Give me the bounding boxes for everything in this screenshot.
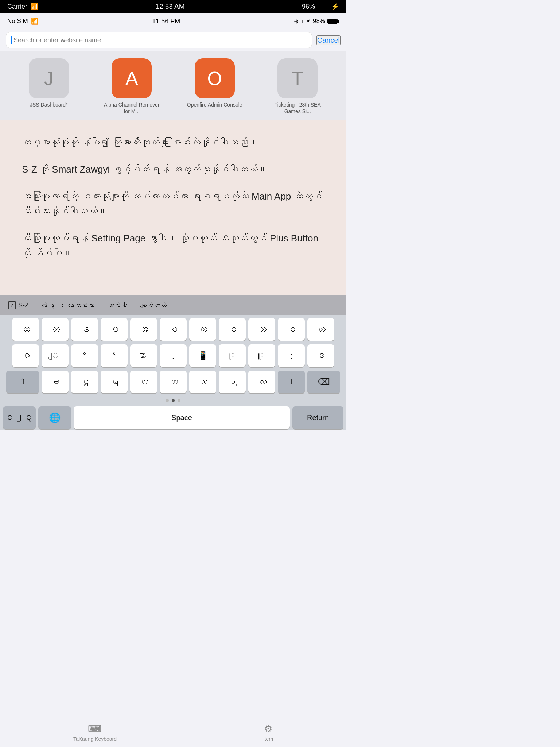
- no-sim-label: No SIM: [7, 18, 28, 25]
- location-icon: ⊕: [294, 18, 299, 25]
- key-ရ[interactable]: ရ: [101, 371, 128, 393]
- key-row-2: ဂ ျ ° ိ ာ . 📱 ု ူ : ဒ: [3, 344, 343, 367]
- charging-icon: ⚡: [331, 3, 339, 11]
- wifi-icon-inner: 📶: [31, 18, 39, 25]
- key-ဘ[interactable]: ဘ: [160, 371, 187, 393]
- content-line2: S-Z ကို Smart Zawgyi ဖွင့်ပိတ်ရန် အတွက်သ…: [22, 162, 324, 177]
- fav-label-alpha: Alpha Channel Remover for M...: [102, 101, 161, 115]
- bluetooth-icon: ✴: [306, 18, 311, 24]
- dot-1: [166, 399, 169, 402]
- key-င[interactable]: င: [219, 318, 246, 341]
- key-ပ[interactable]: ပ: [160, 318, 187, 341]
- key-ည[interactable]: ည: [189, 371, 216, 393]
- outer-time: 12:53 AM: [155, 3, 184, 11]
- globe-icon: 🌐: [49, 412, 61, 423]
- dot-2: [172, 399, 175, 402]
- keyboard-icon: ⌨: [88, 723, 102, 735]
- key-ျ[interactable]: ျ: [42, 344, 69, 367]
- battery-pct-inner: 98%: [313, 18, 325, 25]
- fav-label-ticketing: Ticketing - 28th SEA Games Si...: [268, 101, 327, 115]
- search-input[interactable]: [13, 36, 307, 44]
- key-ဃ[interactable]: ဃ: [248, 371, 275, 393]
- key-က[interactable]: က: [189, 318, 216, 341]
- inner-time: 11:56 PM: [152, 18, 180, 25]
- fav-label-openfire: Openfire Admin Console: [187, 101, 242, 108]
- sz-label: S-Z: [18, 302, 29, 309]
- settings-icon: ⚙: [264, 723, 272, 735]
- bottom-item-keyboard[interactable]: ⌨ TaKaung Keyboard: [73, 723, 117, 742]
- key-row-bottom: ၁၂၃ 🌐 Space Return: [3, 406, 343, 429]
- battery-pct-outer: 96%: [302, 3, 315, 11]
- search-input-wrapper[interactable]: [6, 32, 312, 48]
- inner-status-right: ⊕ ↑ ✴ 98%: [294, 18, 339, 25]
- dot-3: [178, 399, 180, 402]
- key-l-dark[interactable]: l: [278, 371, 305, 393]
- outer-status-right: 96% ⚡: [302, 3, 339, 11]
- sz-checkbox: ✓: [8, 301, 16, 309]
- inner-status-bar: No SIM 📶 11:56 PM ⊕ ↑ ✴ 98%: [0, 13, 346, 29]
- numeric-key[interactable]: ၁၂၃: [3, 406, 36, 429]
- fav-icon-jss: J: [29, 58, 69, 98]
- content-line3: အသုံးပြုလော့ရိတဲ့ စကားလုံးများကို ထပ်ကာထ…: [22, 189, 324, 219]
- key-ဆ[interactable]: ဆ: [12, 318, 39, 341]
- settings-label: Item: [263, 736, 273, 742]
- key-ဝ[interactable]: ဝ: [278, 318, 305, 341]
- return-key[interactable]: Return: [292, 406, 343, 429]
- arrow-icon: ↑: [301, 18, 304, 24]
- key-ll[interactable]: ူ: [248, 344, 275, 367]
- fav-item-jss[interactable]: J JSS Dashboard*: [20, 58, 78, 115]
- key-ာ[interactable]: ာ: [130, 344, 157, 367]
- favorites-section: J JSS Dashboard* A Alpha Channel Remover…: [0, 51, 346, 120]
- key-3[interactable]: ဒ: [307, 344, 334, 367]
- battery-icon-outer: [317, 4, 329, 9]
- outer-status-left: Carrier 📶: [7, 3, 38, 11]
- key-လ[interactable]: လ: [130, 371, 157, 393]
- toolbar-btn4[interactable]: ချစ်တယ်: [137, 300, 170, 311]
- fav-item-ticketing[interactable]: T Ticketing - 28th SEA Games Si...: [268, 58, 327, 115]
- inner-status-left: No SIM 📶: [7, 18, 39, 25]
- key-သ[interactable]: သ: [248, 318, 275, 341]
- keyboard-label: TaKaung Keyboard: [73, 736, 117, 742]
- battery-icon-inner: [327, 19, 339, 24]
- space-key[interactable]: Space: [74, 406, 290, 429]
- bottom-item-settings[interactable]: ⚙ Item: [263, 723, 273, 742]
- key-curl[interactable]: ိ: [101, 344, 128, 367]
- key-တ[interactable]: တ: [42, 318, 69, 341]
- key-ဌ[interactable]: ဌ: [71, 371, 98, 393]
- toolbar-btn3[interactable]: အင်းပါ: [105, 300, 130, 311]
- content-line1: ကဖ္မာလုံးပုံကို နံပါ၍ တခြားကီးဘုတ်များ ပ…: [22, 135, 324, 150]
- key-dot[interactable]: .: [160, 344, 187, 367]
- carrier-label: Carrier: [7, 3, 27, 11]
- globe-key[interactable]: 🌐: [38, 406, 71, 429]
- toolbar-btn1[interactable]: ဒိနေ့: [39, 300, 58, 311]
- outer-status-bar: Carrier 📶 12:53 AM 96% ⚡: [0, 0, 346, 13]
- key-ဉ[interactable]: ဉ: [219, 371, 246, 393]
- key-row-3: ⇧ ဗ ဌ ရ လ ဘ ည ဉ ဃ l ⌫: [3, 371, 343, 393]
- fav-item-alpha[interactable]: A Alpha Channel Remover for M...: [102, 58, 161, 115]
- delete-key[interactable]: ⌫: [307, 371, 340, 393]
- key-ဟ[interactable]: ဟ: [307, 318, 334, 341]
- cancel-button[interactable]: Cancel: [316, 35, 341, 45]
- bottom-bar: ⌨ TaKaung Keyboard ⚙ Item: [0, 718, 346, 747]
- search-cursor: [11, 36, 12, 44]
- search-bar-row: Cancel: [0, 29, 346, 51]
- pagination-dots: [3, 397, 343, 403]
- key-phone[interactable]: 📱: [189, 344, 216, 367]
- key-ဗ[interactable]: ဗ: [42, 371, 69, 393]
- shift-key[interactable]: ⇧: [6, 371, 39, 393]
- wifi-icon-outer: 📶: [30, 3, 38, 11]
- content-area: ကဖ္မာလုံးပုံကို နံပါ၍ တခြားကီးဘုတ်များ ပ…: [0, 120, 346, 295]
- key-မ[interactable]: မ: [101, 318, 128, 341]
- key-ဂ[interactable]: ဂ: [12, 344, 39, 367]
- sz-toggle-button[interactable]: ✓ S-Z: [5, 300, 32, 311]
- key-အ[interactable]: အ: [130, 318, 157, 341]
- fav-label-jss: JSS Dashboard*: [30, 101, 68, 108]
- keyboard-toolbar: ✓ S-Z ဒိနေ့ နေကောင်းလား အင်းပါ ချစ်တယ်: [0, 295, 346, 315]
- toolbar-btn2[interactable]: နေကောင်းလား: [65, 300, 97, 311]
- key-circle[interactable]: °: [71, 344, 98, 367]
- content-line4: ထိသိုပြုလုပ်ရန် Setting Page သွားပါ။ သို…: [22, 231, 324, 261]
- key-န[interactable]: န: [71, 318, 98, 341]
- key-colon[interactable]: :: [278, 344, 305, 367]
- fav-item-openfire[interactable]: O Openfire Admin Console: [186, 58, 244, 115]
- key-l[interactable]: ု: [219, 344, 246, 367]
